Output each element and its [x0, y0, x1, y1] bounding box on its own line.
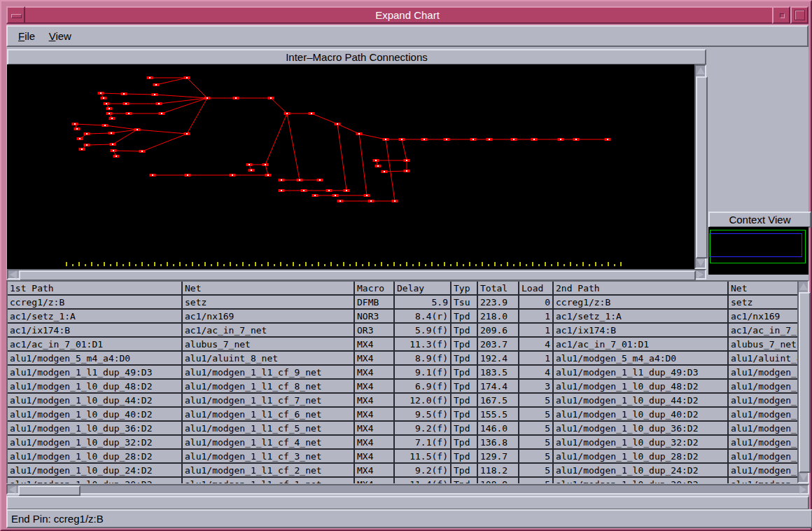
table-row[interactable]: alu1/modgen_1_l0_dup_40:D2alu1/modgen_1_…: [8, 407, 797, 421]
table-cell: alu1/modgen_1_l0_dup_44:D2: [553, 393, 728, 407]
table-cell: Tpd: [451, 365, 477, 379]
table-cell: alu1/modgen_1_l0_dup_44:D2: [8, 393, 182, 407]
scroll-left-arrow-icon[interactable]: [10, 270, 17, 279]
table-row[interactable]: alu1/modgen_1_l0_dup_20:D2alu1/modgen_1_…: [8, 477, 797, 483]
scroll-up-arrow-icon[interactable]: [696, 67, 705, 74]
table-cell: alu1/modgen_1_l1_cf_3_net: [182, 449, 354, 463]
table-cell: 155.5: [477, 407, 519, 421]
table-cell: ac1/ix174:B: [8, 323, 182, 337]
window-frame: Expand Chart File View Inter–Macro Path …: [0, 0, 812, 531]
minimize-icon: [780, 13, 785, 18]
table-row[interactable]: alu1/modgen_5_m4_a4:D0alu1/aluint_8_netM…: [8, 351, 797, 365]
table-cell: alu1/modgen_1_l1_cf_1_net: [182, 477, 354, 483]
column-header: Typ: [451, 282, 477, 295]
table-cell: alu1/modgen_1_l1_cf: [728, 421, 797, 435]
path-graph-canvas[interactable]: [7, 64, 694, 269]
chart-vscroll-thumb[interactable]: [696, 76, 708, 258]
table-row[interactable]: ac1/ac_in_7_01:D1alubus_7_netMX411.3(f)T…: [8, 337, 797, 351]
table-row[interactable]: alu1/modgen_1_l1_dup_49:D3alu1/modgen_1_…: [8, 365, 797, 379]
table-cell: MX4: [354, 351, 394, 365]
table-cell: 5: [519, 407, 553, 421]
status-bar: End Pin: ccreg1/z:B: [6, 509, 812, 528]
maximize-button[interactable]: [790, 6, 808, 24]
column-header: 2nd Path: [553, 282, 728, 295]
path-graph-svg: [7, 64, 694, 269]
table-cell: 174.4: [477, 379, 519, 393]
table-cell: OR3: [354, 323, 394, 337]
table-vscroll-thumb[interactable]: [799, 292, 811, 473]
table-row[interactable]: ac1/setz_1:Aac1/nx169NOR38.4(r)Tpd218.01…: [8, 309, 797, 323]
table-cell: 0: [519, 295, 553, 309]
table-cell: Tpd: [451, 337, 477, 351]
table-cell: alubus_7_net: [728, 337, 797, 351]
minimize-button[interactable]: [772, 6, 790, 24]
column-header: Load: [519, 282, 553, 295]
table-cell: 203.7: [477, 337, 519, 351]
menu-view[interactable]: View: [49, 27, 71, 46]
table-horizontal-scrollbar[interactable]: [6, 484, 809, 495]
table-cell: alu1/modgen_1_l0_dup_40:D2: [553, 407, 728, 421]
table-row[interactable]: alu1/modgen_1_l0_dup_36:D2alu1/modgen_1_…: [8, 421, 797, 435]
scroll-down-arrow-icon[interactable]: [696, 259, 705, 266]
table-cell: 8.4(r): [394, 309, 451, 323]
table-cell: 9.5(f): [394, 407, 451, 421]
table-cell: alu1/modgen_1_l1_cf_5_net: [182, 421, 354, 435]
scroll-left-arrow-icon[interactable]: [9, 485, 16, 494]
chart-vertical-scrollbar[interactable]: [694, 64, 706, 269]
column-header: Total: [477, 282, 519, 295]
table-cell: alu1/modgen_1_l1_cf: [728, 393, 797, 407]
table-cell: alu1/modgen_1_l0_dup_28:D2: [8, 449, 182, 463]
table-cell: 1: [519, 323, 553, 337]
table-row[interactable]: alu1/modgen_1_l0_dup_32:D2alu1/modgen_1_…: [8, 435, 797, 449]
table-cell: alu1/modgen_1_l1_cf: [728, 477, 797, 483]
table-hscroll-thumb[interactable]: [18, 485, 80, 496]
table-cell: Tpd: [451, 407, 477, 421]
table-cell: 218.0: [477, 309, 519, 323]
title-bar[interactable]: Expand Chart: [6, 6, 808, 24]
table-cell: Tpd: [451, 393, 477, 407]
table-row[interactable]: alu1/modgen_1_l0_dup_24:D2alu1/modgen_1_…: [8, 463, 797, 477]
table-cell: alu1/modgen_1_l0_dup_36:D2: [553, 421, 728, 435]
chart-horizontal-scrollbar[interactable]: [7, 269, 706, 280]
table-cell: alu1/aluint_8_net: [728, 351, 797, 365]
window-menu-button[interactable]: [6, 6, 25, 24]
table-vertical-scrollbar[interactable]: [797, 280, 809, 483]
table-cell: 4: [519, 365, 553, 379]
table-cell: 118.2: [477, 463, 519, 477]
table-cell: alu1/aluint_8_net: [182, 351, 354, 365]
context-view-canvas[interactable]: [708, 227, 808, 275]
table-cell: 5: [519, 435, 553, 449]
table-cell: ac1/ac_in_7_net: [728, 323, 797, 337]
table-cell: MX4: [354, 393, 394, 407]
table-cell: MX4: [354, 379, 394, 393]
chart-hscroll-thumb[interactable]: [19, 270, 696, 281]
table-row[interactable]: ac1/ix174:Bac1/ac_in_7_netOR35.9(f)Tpd20…: [8, 323, 797, 337]
table-row[interactable]: alu1/modgen_1_l0_dup_44:D2alu1/modgen_1_…: [8, 393, 797, 407]
scroll-up-arrow-icon[interactable]: [799, 283, 808, 290]
table-cell: alu1/modgen_1_l0_dup_40:D2: [8, 407, 182, 421]
table-cell: MX4: [354, 449, 394, 463]
scroll-right-arrow-icon[interactable]: [799, 485, 806, 494]
table-cell: 146.0: [477, 421, 519, 435]
table-row[interactable]: ccreg1/z:BsetzDFMB5.9Tsu223.90ccreg1/z:B…: [8, 295, 797, 309]
window-title: Expand Chart: [8, 8, 807, 23]
table-cell: 5: [519, 421, 553, 435]
table-cell: 11.5(f): [394, 449, 451, 463]
table-cell: 129.7: [477, 449, 519, 463]
table-cell: alu1/modgen_1_l1_cf: [728, 379, 797, 393]
context-viewport-rect[interactable]: [709, 233, 802, 257]
menu-file[interactable]: File: [18, 27, 35, 46]
table-cell: 11.3(f): [394, 337, 451, 351]
table-row[interactable]: alu1/modgen_1_l0_dup_48:D2alu1/modgen_1_…: [8, 379, 797, 393]
table-cell: Tpd: [451, 421, 477, 435]
screen: { "window": { "title": "Expand Chart" },…: [0, 0, 812, 531]
scroll-right-arrow-icon[interactable]: [696, 270, 704, 279]
table-cell: 6.9(f): [394, 379, 451, 393]
table-cell: 1: [519, 351, 553, 365]
path-table[interactable]: 1st PathNetMacroDelayTypTotalLoad2nd Pat…: [6, 280, 797, 483]
scroll-down-arrow-icon[interactable]: [799, 474, 808, 481]
table-cell: ccreg1/z:B: [553, 295, 728, 309]
table-cell: alu1/modgen_1_l0_dup_36:D2: [8, 421, 182, 435]
table-cell: alu1/modgen_1_l1_cf: [728, 407, 797, 421]
table-row[interactable]: alu1/modgen_1_l0_dup_28:D2alu1/modgen_1_…: [8, 449, 797, 463]
